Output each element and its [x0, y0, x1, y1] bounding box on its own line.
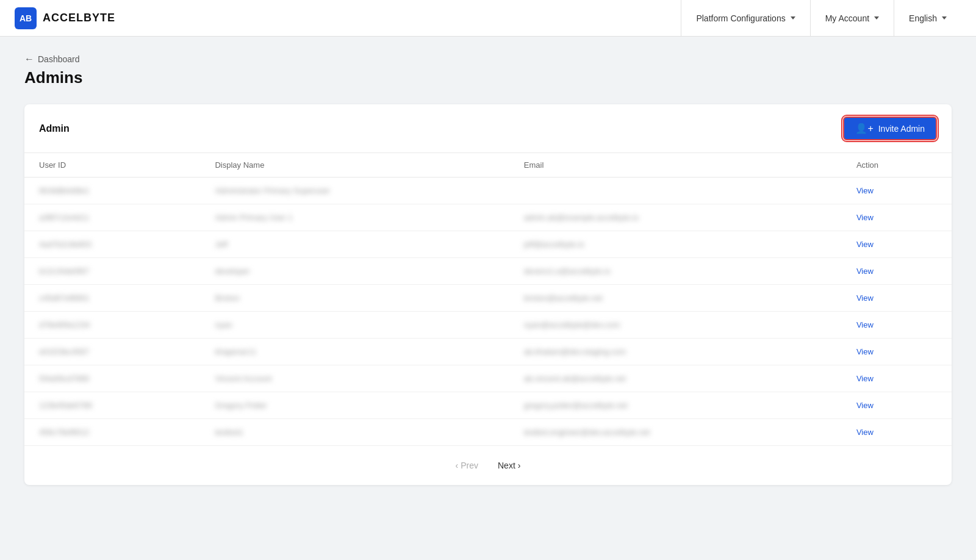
cell-email: gregory.potter@accelbyte.net — [509, 392, 842, 419]
language-chevron-icon — [942, 16, 947, 20]
pagination: ‹ Prev Next › — [24, 445, 952, 485]
cell-email: ab.vincent.ab@accelbyte.net — [509, 365, 842, 392]
cell-action: View — [842, 258, 952, 285]
cell-display-name: khajamar11 — [200, 339, 509, 365]
platform-config-chevron-icon — [791, 16, 795, 20]
card-title: Admin — [39, 123, 70, 134]
cell-action: View — [842, 339, 952, 365]
header-nav: Platform Configurations My Account Engli… — [681, 0, 961, 37]
card-header: Admin 👤+ Invite Admin — [24, 104, 952, 153]
table-row: 456c78ef9012testbot1testbot.engineer@dev… — [24, 419, 952, 446]
cell-user-id: 6fc9d8b4d9e1 — [24, 178, 200, 204]
cell-display-name: Gregory Potter — [200, 392, 509, 419]
main-content: ← Dashboard Admins Admin 👤+ Invite Admin… — [0, 0, 976, 509]
header: AB ACCELBYTE Platform Configurations My … — [0, 0, 976, 37]
cell-user-id: c45d67ef8901 — [24, 285, 200, 312]
next-label: Next — [498, 461, 515, 470]
table-row: d78e90fa1234nyannyan@accelbyte@dev.comVi… — [24, 312, 952, 339]
cell-email: admin.ab@example.accelbyte.io — [509, 204, 842, 231]
next-chevron-icon: › — [518, 461, 521, 470]
prev-label: Prev — [461, 461, 478, 470]
breadcrumb-label: Dashboard — [38, 54, 80, 64]
prev-chevron-icon: ‹ — [456, 461, 459, 470]
cell-action: View — [842, 231, 952, 258]
page-title: Admins — [24, 68, 952, 87]
view-link[interactable]: View — [856, 374, 874, 383]
logo-text: ACCELBYTE — [43, 12, 115, 24]
cell-email: devenv1.e@accelbyte.io — [509, 258, 842, 285]
platform-config-label: Platform Configurations — [696, 13, 785, 23]
cell-user-id: f34a56cd7890 — [24, 365, 200, 392]
admin-card: Admin 👤+ Invite Admin User ID Display Na… — [24, 104, 952, 485]
language-nav[interactable]: English — [894, 0, 961, 37]
view-link[interactable]: View — [856, 401, 874, 410]
language-label: English — [909, 13, 937, 23]
logo-initials: AB — [20, 13, 32, 23]
cell-display-name: nyan — [200, 312, 509, 339]
cell-email: brixton@accelbyte.net — [509, 285, 842, 312]
cell-display-name: developer — [200, 258, 509, 285]
cell-email: jeff@accelbyte.io — [509, 231, 842, 258]
platform-config-nav[interactable]: Platform Configurations — [681, 0, 809, 37]
table-row: e01f23bc4567khajamar11ab.khatam@dev.stag… — [24, 339, 952, 365]
cell-email: ab.khatam@dev.staging.com — [509, 339, 842, 365]
cell-email: nyan@accelbyte@dev.com — [509, 312, 842, 339]
cell-action: View — [842, 365, 952, 392]
column-email: Email — [509, 153, 842, 178]
table-row: b12c34de5f67developerdevenv1.e@accelbyte… — [24, 258, 952, 285]
view-link[interactable]: View — [856, 428, 874, 437]
table-row: 123b45de6789Gregory Pottergregory.potter… — [24, 392, 952, 419]
view-link[interactable]: View — [856, 320, 874, 329]
cell-user-id: b12c34de5f67 — [24, 258, 200, 285]
cell-display-name: Admin Primary User 1 — [200, 204, 509, 231]
table-header-row: User ID Display Name Email Action — [24, 153, 952, 178]
next-button[interactable]: Next › — [493, 458, 525, 473]
cell-action: View — [842, 178, 952, 204]
view-link[interactable]: View — [856, 186, 874, 195]
table-row: 4ad7b2c9e803Jeffjeff@accelbyte.ioView — [24, 231, 952, 258]
cell-user-id: a3f87c2e4d11 — [24, 204, 200, 231]
prev-button[interactable]: ‹ Prev — [451, 458, 483, 473]
view-link[interactable]: View — [856, 240, 874, 249]
cell-display-name: Jeff — [200, 231, 509, 258]
cell-user-id: e01f23bc4567 — [24, 339, 200, 365]
cell-action: View — [842, 312, 952, 339]
cell-display-name: testbot1 — [200, 419, 509, 446]
cell-user-id: d78e90fa1234 — [24, 312, 200, 339]
view-link[interactable]: View — [856, 267, 874, 276]
view-link[interactable]: View — [856, 213, 874, 222]
breadcrumb[interactable]: ← Dashboard — [24, 54, 952, 65]
table-row: c45d67ef8901Brixtonbrixton@accelbyte.net… — [24, 285, 952, 312]
logo-area: AB ACCELBYTE — [15, 7, 115, 29]
my-account-chevron-icon — [874, 16, 879, 20]
invite-admin-button[interactable]: 👤+ Invite Admin — [843, 117, 937, 140]
cell-action: View — [842, 419, 952, 446]
cell-display-name: Vincent Account — [200, 365, 509, 392]
view-link[interactable]: View — [856, 347, 874, 356]
cell-action: View — [842, 285, 952, 312]
table-row: 6fc9d8b4d9e1Administrator Primary Superu… — [24, 178, 952, 204]
my-account-nav[interactable]: My Account — [810, 0, 894, 37]
invite-admin-label: Invite Admin — [878, 124, 925, 134]
my-account-label: My Account — [825, 13, 869, 23]
cell-action: View — [842, 392, 952, 419]
column-action: Action — [842, 153, 952, 178]
cell-email — [509, 178, 842, 204]
column-display-name: Display Name — [200, 153, 509, 178]
invite-admin-icon: 👤+ — [855, 123, 873, 134]
cell-display-name: Administrator Primary Superuser — [200, 178, 509, 204]
cell-user-id: 456c78ef9012 — [24, 419, 200, 446]
column-user-id: User ID — [24, 153, 200, 178]
cell-user-id: 123b45de6789 — [24, 392, 200, 419]
table-row: a3f87c2e4d11Admin Primary User 1admin.ab… — [24, 204, 952, 231]
admins-table: User ID Display Name Email Action 6fc9d8… — [24, 153, 952, 445]
logo-icon: AB — [15, 7, 37, 29]
cell-action: View — [842, 204, 952, 231]
cell-user-id: 4ad7b2c9e803 — [24, 231, 200, 258]
view-link[interactable]: View — [856, 293, 874, 303]
back-arrow-icon: ← — [24, 54, 34, 65]
table-row: f34a56cd7890Vincent Accountab.vincent.ab… — [24, 365, 952, 392]
cell-email: testbot.engineer@dev.accelbyte.net — [509, 419, 842, 446]
cell-display-name: Brixton — [200, 285, 509, 312]
